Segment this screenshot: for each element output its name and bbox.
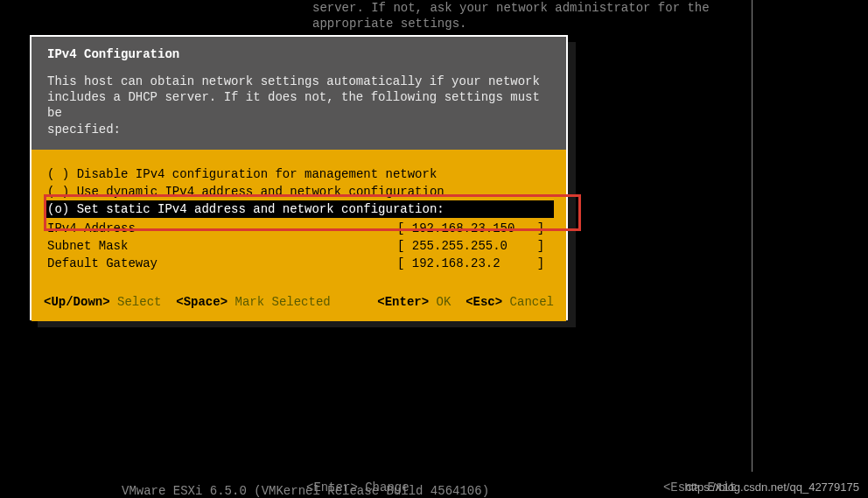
field-value-ipv4[interactable]: [ 192.168.23.150 ] [397,221,544,235]
dialog-title: IPv4 Configuration [47,47,550,61]
option-static-ipv4[interactable]: (o) Set static IPv4 address and network … [44,200,554,218]
option-dynamic-ipv4[interactable]: ( ) Use dynamic IPv4 address and network… [44,183,554,200]
field-value-gateway[interactable]: [ 192.168.23.2 ] [397,256,544,270]
dialog-header: IPv4 Configuration This host can obtain … [32,37,566,150]
option-disable-ipv4[interactable]: ( ) Disable IPv4 configuration for manag… [44,165,554,183]
footer-right-hints: <Enter> OK <Esc> Cancel [377,295,554,309]
field-label-gateway: Default Gateway [47,256,397,270]
background-hint-text: server. If not, ask your network adminis… [312,0,710,32]
field-subnet-mask[interactable]: Subnet Mask [ 255.255.255.0 ] [44,237,554,255]
watermark-text: https://blog.csdn.net/qq_42779175 [685,480,860,494]
dialog-footer: <Up/Down> Select <Space> Mark Selected <… [32,284,566,321]
field-default-gateway[interactable]: Default Gateway [ 192.168.23.2 ] [44,255,554,272]
ipv4-configuration-dialog: IPv4 Configuration This host can obtain … [30,35,568,320]
field-label-ipv4: IPv4 Address [47,221,397,235]
field-value-subnet[interactable]: [ 255.255.255.0 ] [397,239,544,253]
footer-left-hints: <Up/Down> Select <Space> Mark Selected [44,295,331,309]
vertical-divider [752,0,752,472]
field-ipv4-address[interactable]: IPv4 Address [ 192.168.23.150 ] [44,220,554,237]
dialog-description: This host can obtain network settings au… [47,74,550,137]
field-label-subnet: Subnet Mask [47,239,397,253]
dialog-body: ( ) Disable IPv4 configuration for manag… [32,150,566,284]
vmware-version-line: VMware ESXi 6.5.0 (VMKernel Release Buil… [122,484,489,498]
